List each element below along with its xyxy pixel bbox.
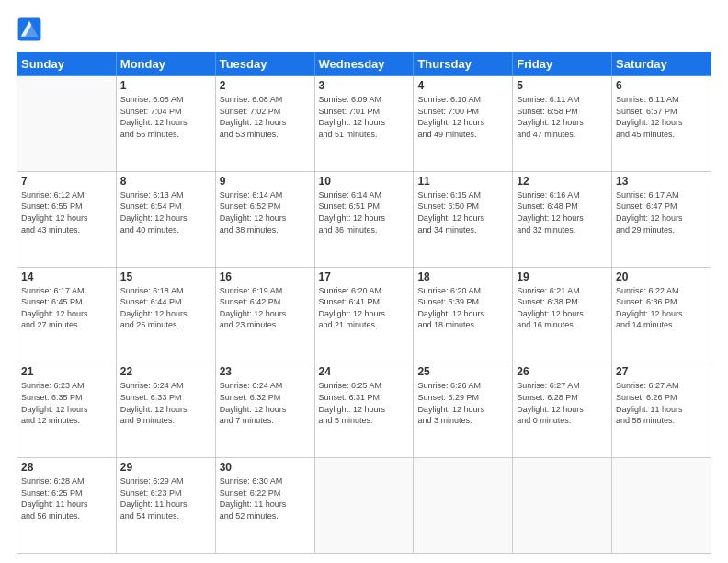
cell-info: Sunrise: 6:29 AMSunset: 6:23 PMDaylight:… [120,476,211,522]
calendar-cell: 3Sunrise: 6:09 AMSunset: 7:01 PMDaylight… [314,76,414,172]
calendar-cell: 7Sunrise: 6:12 AMSunset: 6:55 PMDaylight… [17,171,117,267]
day-number: 14 [21,270,112,283]
day-number: 18 [417,270,508,283]
cell-info: Sunrise: 6:10 AMSunset: 7:00 PMDaylight:… [417,94,508,140]
day-header-thursday: Thursday [414,52,513,76]
day-number: 6 [616,79,707,92]
calendar-cell: 5Sunrise: 6:11 AMSunset: 6:58 PMDaylight… [513,76,612,172]
day-number: 16 [220,270,311,283]
day-number: 4 [417,79,508,92]
calendar-cell [17,76,117,172]
cell-info: Sunrise: 6:09 AMSunset: 7:01 PMDaylight:… [319,94,410,140]
day-number: 20 [616,270,707,283]
header [17,17,711,42]
week-row-4: 21Sunrise: 6:23 AMSunset: 6:35 PMDayligh… [17,362,711,458]
day-number: 3 [319,79,410,92]
cell-info: Sunrise: 6:17 AMSunset: 6:45 PMDaylight:… [21,285,112,331]
cell-info: Sunrise: 6:19 AMSunset: 6:42 PMDaylight:… [220,285,311,331]
day-number: 24 [319,365,410,378]
calendar-cell: 15Sunrise: 6:18 AMSunset: 6:44 PMDayligh… [116,267,215,362]
calendar-cell: 13Sunrise: 6:17 AMSunset: 6:47 PMDayligh… [612,171,711,267]
cell-info: Sunrise: 6:17 AMSunset: 6:47 PMDaylight:… [616,190,707,236]
cell-info: Sunrise: 6:23 AMSunset: 6:35 PMDaylight:… [21,380,112,426]
calendar-cell: 19Sunrise: 6:21 AMSunset: 6:38 PMDayligh… [513,267,612,362]
day-number: 15 [120,270,211,283]
day-number: 27 [616,365,707,378]
day-number: 7 [21,175,112,188]
calendar-cell: 4Sunrise: 6:10 AMSunset: 7:00 PMDaylight… [414,76,513,172]
page: SundayMondayTuesdayWednesdayThursdayFrid… [0,0,728,563]
calendar-cell: 27Sunrise: 6:27 AMSunset: 6:26 PMDayligh… [612,362,711,458]
calendar-cell: 29Sunrise: 6:29 AMSunset: 6:23 PMDayligh… [116,458,215,554]
day-number: 11 [417,175,508,188]
calendar-cell: 28Sunrise: 6:28 AMSunset: 6:25 PMDayligh… [17,458,117,554]
calendar-cell: 23Sunrise: 6:24 AMSunset: 6:32 PMDayligh… [215,362,314,458]
day-number: 21 [21,365,112,378]
cell-info: Sunrise: 6:14 AMSunset: 6:51 PMDaylight:… [319,190,410,236]
day-header-friday: Friday [513,52,612,76]
cell-info: Sunrise: 6:20 AMSunset: 6:41 PMDaylight:… [319,285,410,331]
cell-info: Sunrise: 6:14 AMSunset: 6:52 PMDaylight:… [220,190,311,236]
cell-info: Sunrise: 6:28 AMSunset: 6:25 PMDaylight:… [21,476,112,522]
calendar-cell: 26Sunrise: 6:27 AMSunset: 6:28 PMDayligh… [513,362,612,458]
calendar-cell: 9Sunrise: 6:14 AMSunset: 6:52 PMDaylight… [215,171,314,267]
day-number: 2 [220,79,311,92]
calendar-cell: 30Sunrise: 6:30 AMSunset: 6:22 PMDayligh… [215,458,314,554]
calendar-cell: 6Sunrise: 6:11 AMSunset: 6:57 PMDaylight… [612,76,711,172]
cell-info: Sunrise: 6:27 AMSunset: 6:26 PMDaylight:… [616,380,707,426]
day-number: 22 [120,365,211,378]
cell-info: Sunrise: 6:20 AMSunset: 6:39 PMDaylight:… [417,285,508,331]
day-number: 9 [220,175,311,188]
cell-info: Sunrise: 6:25 AMSunset: 6:31 PMDaylight:… [319,380,410,426]
calendar-cell: 22Sunrise: 6:24 AMSunset: 6:33 PMDayligh… [116,362,215,458]
calendar-cell: 2Sunrise: 6:08 AMSunset: 7:02 PMDaylight… [215,76,314,172]
cell-info: Sunrise: 6:12 AMSunset: 6:55 PMDaylight:… [21,190,112,236]
day-number: 23 [220,365,311,378]
calendar-cell: 12Sunrise: 6:16 AMSunset: 6:48 PMDayligh… [513,171,612,267]
calendar-cell: 25Sunrise: 6:26 AMSunset: 6:29 PMDayligh… [414,362,513,458]
calendar-cell [314,458,414,554]
calendar-cell: 20Sunrise: 6:22 AMSunset: 6:36 PMDayligh… [612,267,711,362]
cell-info: Sunrise: 6:24 AMSunset: 6:32 PMDaylight:… [220,380,311,426]
week-row-2: 7Sunrise: 6:12 AMSunset: 6:55 PMDaylight… [17,171,711,267]
week-row-1: 1Sunrise: 6:08 AMSunset: 7:04 PMDaylight… [17,76,711,172]
day-number: 13 [616,175,707,188]
cell-info: Sunrise: 6:26 AMSunset: 6:29 PMDaylight:… [417,380,508,426]
calendar-cell: 21Sunrise: 6:23 AMSunset: 6:35 PMDayligh… [17,362,117,458]
calendar-cell: 24Sunrise: 6:25 AMSunset: 6:31 PMDayligh… [314,362,414,458]
cell-info: Sunrise: 6:08 AMSunset: 7:02 PMDaylight:… [220,94,311,140]
day-number: 30 [220,461,311,474]
day-header-tuesday: Tuesday [215,52,314,76]
cell-info: Sunrise: 6:18 AMSunset: 6:44 PMDaylight:… [120,285,211,331]
calendar-table: SundayMondayTuesdayWednesdayThursdayFrid… [17,52,711,554]
day-number: 19 [517,270,608,283]
day-number: 25 [417,365,508,378]
calendar-cell: 14Sunrise: 6:17 AMSunset: 6:45 PMDayligh… [17,267,117,362]
day-number: 17 [319,270,410,283]
calendar-cell [414,458,513,554]
week-row-3: 14Sunrise: 6:17 AMSunset: 6:45 PMDayligh… [17,267,711,362]
cell-info: Sunrise: 6:30 AMSunset: 6:22 PMDaylight:… [220,476,311,522]
day-number: 1 [120,79,211,92]
calendar-cell: 1Sunrise: 6:08 AMSunset: 7:04 PMDaylight… [116,76,215,172]
day-number: 12 [517,175,608,188]
cell-info: Sunrise: 6:11 AMSunset: 6:58 PMDaylight:… [517,94,608,140]
cell-info: Sunrise: 6:13 AMSunset: 6:54 PMDaylight:… [120,190,211,236]
calendar-cell: 10Sunrise: 6:14 AMSunset: 6:51 PMDayligh… [314,171,414,267]
day-number: 8 [120,175,211,188]
day-number: 29 [120,461,211,474]
calendar-cell: 18Sunrise: 6:20 AMSunset: 6:39 PMDayligh… [414,267,513,362]
cell-info: Sunrise: 6:24 AMSunset: 6:33 PMDaylight:… [120,380,211,426]
day-number: 10 [319,175,410,188]
calendar-cell: 8Sunrise: 6:13 AMSunset: 6:54 PMDaylight… [116,171,215,267]
cell-info: Sunrise: 6:15 AMSunset: 6:50 PMDaylight:… [417,190,508,236]
calendar-cell: 11Sunrise: 6:15 AMSunset: 6:50 PMDayligh… [414,171,513,267]
cell-info: Sunrise: 6:22 AMSunset: 6:36 PMDaylight:… [616,285,707,331]
cell-info: Sunrise: 6:16 AMSunset: 6:48 PMDaylight:… [517,190,608,236]
day-header-sunday: Sunday [17,52,117,76]
week-row-5: 28Sunrise: 6:28 AMSunset: 6:25 PMDayligh… [17,458,711,554]
calendar-cell: 16Sunrise: 6:19 AMSunset: 6:42 PMDayligh… [215,267,314,362]
cell-info: Sunrise: 6:11 AMSunset: 6:57 PMDaylight:… [616,94,707,140]
day-header-monday: Monday [116,52,215,76]
calendar-cell [513,458,612,554]
